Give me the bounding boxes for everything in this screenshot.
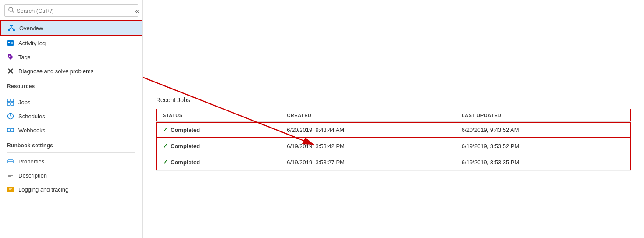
sidebar-item-activity-log-label: Activity log bbox=[18, 40, 46, 46]
sidebar-item-overview[interactable]: Overview bbox=[0, 20, 142, 36]
logging-icon bbox=[7, 186, 14, 193]
overview-icon bbox=[8, 25, 15, 32]
sidebar-item-diagnose[interactable]: Diagnose and solve problems bbox=[0, 64, 142, 78]
sidebar: « Overview Activity log bbox=[0, 0, 143, 238]
section-runbook-settings-header: Runbook settings bbox=[0, 137, 142, 150]
sidebar-item-jobs[interactable]: Jobs bbox=[0, 95, 142, 109]
description-icon bbox=[7, 172, 14, 179]
sidebar-item-webhooks-label: Webhooks bbox=[18, 127, 45, 134]
status-cell: ✓ Completed bbox=[157, 154, 281, 171]
status-value: Completed bbox=[171, 143, 200, 149]
last-updated-cell: 6/19/2019, 3:53:52 PM bbox=[455, 138, 631, 154]
sidebar-item-properties[interactable]: Properties bbox=[0, 154, 142, 168]
svg-rect-22 bbox=[7, 128, 10, 132]
sidebar-item-schedules[interactable]: Schedules bbox=[0, 109, 142, 123]
status-cell: ✓ Completed bbox=[157, 138, 281, 154]
sidebar-item-overview-label: Overview bbox=[19, 25, 43, 32]
created-cell: 6/20/2019, 9:43:44 AM bbox=[281, 122, 455, 138]
svg-rect-16 bbox=[11, 99, 14, 102]
status-cell: ✓ Completed bbox=[157, 122, 281, 138]
diagnose-icon bbox=[7, 67, 14, 75]
sidebar-item-schedules-label: Schedules bbox=[18, 113, 45, 120]
search-input[interactable] bbox=[17, 7, 134, 14]
sidebar-item-webhooks[interactable]: Webhooks bbox=[0, 123, 142, 137]
svg-rect-4 bbox=[13, 29, 15, 31]
jobs-icon bbox=[7, 99, 14, 106]
search-icon bbox=[8, 7, 14, 14]
last-updated-cell: 6/19/2019, 3:53:35 PM bbox=[455, 154, 631, 171]
table-row[interactable]: ✓ Completed6/20/2019, 9:43:44 AM6/20/201… bbox=[157, 122, 631, 138]
svg-rect-18 bbox=[11, 103, 14, 105]
sidebar-item-properties-label: Properties bbox=[18, 158, 44, 165]
svg-line-1 bbox=[12, 11, 14, 13]
check-icon: ✓ bbox=[163, 159, 168, 166]
sidebar-item-logging[interactable]: Logging and tracing bbox=[0, 182, 142, 196]
svg-rect-23 bbox=[11, 128, 14, 132]
resources-divider bbox=[7, 93, 135, 93]
status-value: Completed bbox=[171, 159, 200, 166]
created-cell: 6/19/2019, 3:53:27 PM bbox=[281, 154, 455, 171]
sidebar-item-description-label: Description bbox=[18, 172, 47, 179]
schedules-icon bbox=[7, 113, 14, 120]
sidebar-item-activity-log[interactable]: Activity log bbox=[0, 36, 142, 50]
svg-line-6 bbox=[9, 28, 12, 29]
last-updated-cell: 6/20/2019, 9:43:52 AM bbox=[455, 122, 631, 138]
properties-icon bbox=[7, 158, 14, 165]
collapse-button[interactable]: « bbox=[132, 5, 142, 17]
sidebar-item-logging-label: Logging and tracing bbox=[18, 186, 68, 193]
svg-point-0 bbox=[9, 7, 13, 11]
table-row[interactable]: ✓ Completed6/19/2019, 3:53:27 PM6/19/201… bbox=[157, 154, 631, 171]
recent-jobs-title: Recent Jobs bbox=[156, 96, 631, 103]
svg-line-7 bbox=[11, 28, 14, 29]
activity-log-icon bbox=[7, 39, 14, 46]
col-created: CREATED bbox=[281, 109, 455, 122]
sidebar-item-description[interactable]: Description bbox=[0, 168, 142, 182]
sidebar-item-tags[interactable]: Tags bbox=[0, 50, 142, 64]
svg-rect-3 bbox=[8, 29, 10, 31]
sidebar-item-tags-label: Tags bbox=[18, 54, 30, 60]
col-status: STATUS bbox=[157, 109, 281, 122]
check-icon: ✓ bbox=[163, 142, 168, 149]
svg-point-12 bbox=[9, 56, 11, 57]
svg-rect-2 bbox=[10, 25, 13, 26]
svg-rect-15 bbox=[7, 99, 10, 102]
webhooks-icon bbox=[7, 127, 14, 134]
svg-rect-33 bbox=[7, 187, 14, 192]
col-last-updated: LAST UPDATED bbox=[455, 109, 631, 122]
runbook-settings-divider bbox=[7, 152, 135, 153]
table-row[interactable]: ✓ Completed6/19/2019, 3:53:42 PM6/19/201… bbox=[157, 138, 631, 154]
status-value: Completed bbox=[171, 127, 200, 133]
sidebar-item-diagnose-label: Diagnose and solve problems bbox=[18, 68, 93, 75]
search-bar[interactable] bbox=[4, 4, 138, 17]
svg-rect-9 bbox=[8, 42, 10, 43]
created-cell: 6/19/2019, 3:53:42 PM bbox=[281, 138, 455, 154]
svg-rect-17 bbox=[7, 103, 10, 105]
check-icon: ✓ bbox=[163, 126, 168, 133]
svg-line-21 bbox=[11, 116, 12, 117]
jobs-table: STATUS CREATED LAST UPDATED ✓ Completed6… bbox=[156, 109, 631, 171]
tags-icon bbox=[7, 53, 14, 60]
main-content: Recent Jobs STATUS CREATED LAST UPDATED … bbox=[143, 0, 644, 238]
sidebar-item-jobs-label: Jobs bbox=[18, 99, 30, 106]
section-resources-header: Resources bbox=[0, 78, 142, 91]
